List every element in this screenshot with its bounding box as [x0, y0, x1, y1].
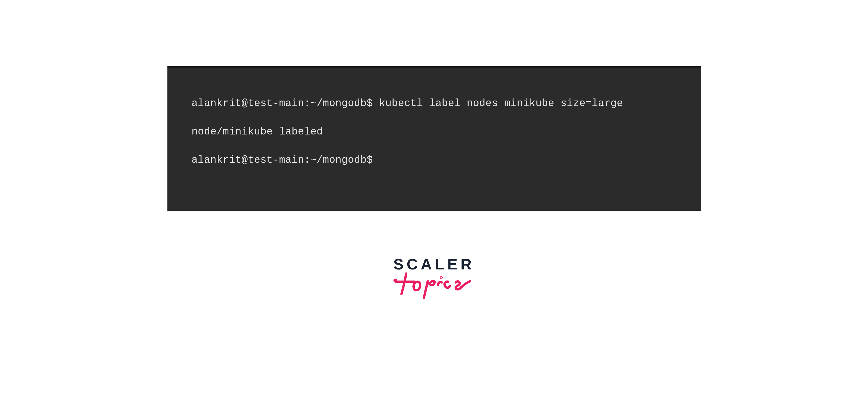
terminal-line-2: node/minikube labeled: [192, 125, 677, 139]
scaler-topics-logo: SCALER: [391, 255, 477, 302]
terminal-line-1: alankrit@test-main:~/mongodb$ kubectl la…: [192, 96, 677, 111]
terminal-line-3: alankrit@test-main:~/mongodb$: [192, 153, 677, 167]
terminal-window: alankrit@test-main:~/mongodb$ kubectl la…: [167, 66, 701, 211]
logo-topics-text: [391, 269, 477, 302]
